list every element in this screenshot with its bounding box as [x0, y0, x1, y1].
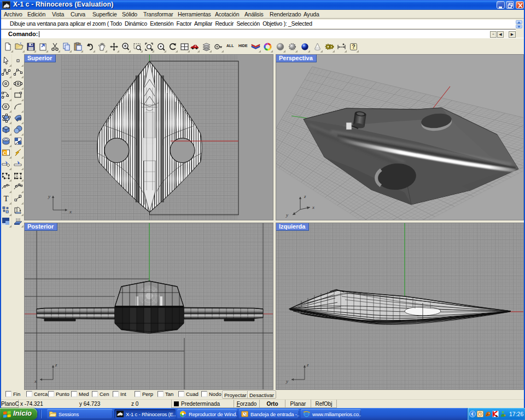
text-tool-icon[interactable]: T — [1, 194, 11, 203]
vehicle-icon[interactable] — [190, 42, 199, 51]
command-scroll-left[interactable]: ◀ — [497, 31, 504, 38]
box-tool-icon[interactable] — [1, 125, 11, 135]
viewport-layout-icon[interactable] — [180, 42, 189, 51]
undo-icon[interactable] — [85, 42, 95, 51]
gears-options-icon[interactable] — [325, 42, 334, 51]
color-wheel-icon[interactable] — [263, 42, 272, 51]
command-prompt[interactable]: Comando: — [0, 29, 516, 38]
command-scroll-thumb[interactable] — [504, 31, 508, 38]
menu-ayuda[interactable]: Ayuda — [304, 11, 319, 18]
cage-edit-tool-icon[interactable]: C — [1, 148, 11, 158]
osnap-checkbox-med[interactable] — [71, 391, 77, 397]
boolean-difference-tool-icon[interactable] — [13, 171, 23, 180]
viewport-izquierda[interactable]: z y Izquierda — [276, 223, 524, 390]
cylinder-tool-icon[interactable] — [1, 136, 11, 146]
open-file-icon[interactable] — [15, 42, 24, 51]
polyline-tool-icon[interactable] — [1, 67, 11, 77]
surface-map-tool-icon[interactable] — [13, 136, 23, 146]
viewport-perspectiva[interactable]: z x y Perspectiva — [276, 54, 524, 220]
menu-analisis[interactable]: Análisis — [244, 11, 264, 18]
point-move-tool-icon[interactable] — [13, 194, 23, 203]
osnap-checkbox-int[interactable] — [113, 391, 119, 397]
help-icon[interactable]: ? — [349, 42, 358, 51]
viewport-posterior[interactable]: z x Posterior — [24, 223, 273, 390]
surface-points-tool-icon[interactable] — [1, 113, 11, 123]
hatch-tool-icon[interactable] — [13, 217, 23, 226]
polygon-tool-icon[interactable] — [1, 102, 11, 112]
viewport-label-superior[interactable]: Superior — [25, 55, 56, 62]
start-button[interactable]: Inicio — [0, 408, 37, 420]
collapse-chevron-icon[interactable] — [469, 411, 476, 417]
copy-icon[interactable] — [62, 42, 71, 51]
rectangle-tool-icon[interactable] — [13, 90, 23, 100]
dimension-tool-icon[interactable] — [337, 42, 346, 51]
menu-herramientas[interactable]: Herramientas — [178, 11, 211, 18]
menu-archivo[interactable]: Archivo — [4, 11, 22, 18]
viewport-label-izquierda[interactable]: Izquierda — [276, 223, 309, 231]
layer-tool-icon[interactable] — [1, 217, 11, 226]
explode-tool-icon[interactable] — [13, 148, 23, 158]
task-internet[interactable]: www.miliamperios.co... — [301, 409, 361, 419]
arc-control-tool-icon[interactable] — [1, 90, 11, 100]
messenger-tray-icon[interactable] — [500, 411, 506, 417]
planar-pane[interactable]: Planar — [285, 400, 311, 408]
desactivar-button[interactable]: Desactivar — [247, 390, 276, 399]
pointer-tool-icon[interactable] — [1, 56, 11, 66]
kaspersky-tray-icon[interactable] — [492, 411, 499, 417]
trim-tool-icon[interactable] — [1, 159, 11, 169]
zoom-extents-icon[interactable] — [156, 42, 166, 51]
osnap-checkbox-punto[interactable] — [48, 391, 54, 397]
menu-solido[interactable]: Sólido — [122, 11, 137, 18]
command-history-scrollbar[interactable] — [516, 20, 522, 28]
cut-icon[interactable] — [50, 42, 60, 51]
cplane-button[interactable]: PlanoC — [0, 400, 19, 408]
fillet-tool-icon[interactable] — [1, 182, 11, 192]
viewport-superior[interactable]: y x Superior — [24, 54, 273, 220]
blocks-tool-icon[interactable] — [1, 205, 11, 215]
ellipse-tool-icon[interactable] — [13, 79, 23, 89]
osnap-checkbox-cen[interactable] — [92, 391, 98, 397]
viewport-label-perspectiva[interactable]: Perspectiva — [276, 55, 317, 62]
move-icon[interactable] — [109, 42, 119, 51]
spheres-tool-icon[interactable] — [13, 125, 23, 135]
menu-superficie[interactable]: Superficie — [92, 11, 117, 18]
rotate-tool-icon[interactable] — [13, 205, 23, 215]
new-file-icon[interactable] — [3, 42, 13, 51]
task-sessions[interactable]: Sessions — [47, 409, 113, 419]
render-blue-icon[interactable] — [300, 42, 310, 51]
osnap-checkbox-tan[interactable] — [158, 391, 164, 397]
select-all-button[interactable]: ALL — [226, 44, 234, 48]
material-wedge-icon[interactable] — [251, 42, 260, 51]
restore-button[interactable] — [506, 1, 514, 9]
menu-acotacion[interactable]: Acotación — [215, 11, 239, 18]
osnap-checkbox-perp[interactable] — [135, 391, 141, 397]
menu-edicion[interactable]: Edición — [27, 11, 45, 18]
close-button[interactable] — [516, 1, 524, 9]
rotate-view-icon[interactable] — [168, 42, 177, 51]
mesh-stack-icon[interactable] — [202, 42, 211, 51]
boolean-union-tool-icon[interactable] — [1, 171, 11, 180]
cone-primitive-icon[interactable] — [313, 42, 322, 51]
command-spinner[interactable]: ÷ — [490, 31, 497, 38]
zoom-selected-icon[interactable] — [144, 42, 154, 51]
menu-transformar[interactable]: Transformar — [143, 11, 173, 18]
paste-icon[interactable] — [73, 42, 83, 51]
render-textured-icon[interactable] — [288, 42, 297, 51]
point-tool-icon[interactable] — [13, 56, 23, 66]
layer-pane[interactable]: Predeterminada — [171, 400, 234, 408]
menu-renderizado[interactable]: Renderizado — [270, 11, 301, 18]
orto-pane[interactable]: Orto — [259, 400, 285, 408]
zoom-dynamic-icon[interactable] — [121, 42, 130, 51]
osnap-checkbox-cuad[interactable] — [178, 391, 184, 397]
osnap-tool-icon[interactable] — [214, 42, 223, 51]
fox-tray-icon[interactable] — [485, 411, 491, 417]
command-history[interactable]: Dibuje una ventana para aplicar el zoom … — [1, 20, 516, 28]
arc-tool-icon[interactable] — [13, 102, 23, 112]
scroll-up-icon[interactable] — [516, 20, 522, 24]
osnap-checkbox-nodo[interactable] — [201, 391, 207, 397]
surface-bend-tool-icon[interactable] — [13, 113, 23, 123]
proyectar-button[interactable]: Proyectar — [222, 390, 249, 399]
command-scroll-right[interactable]: ▶ — [509, 31, 516, 38]
zoom-window-icon[interactable] — [133, 42, 142, 51]
task-rhinoceros[interactable]: X-1 c - Rhinoceros (E... — [114, 409, 176, 419]
